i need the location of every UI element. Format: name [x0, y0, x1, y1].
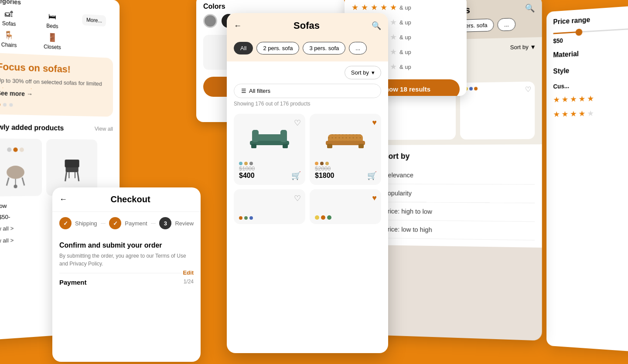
checkout-card: ← Checkout ✓ Shipping ✓ Payment 3 Review…: [52, 187, 201, 362]
rc-sort-chevron: ▾: [531, 43, 535, 51]
heart-btn-4[interactable]: ♥: [372, 194, 377, 203]
step-dash-1: [101, 223, 106, 224]
cart-btn-1[interactable]: 🛒: [291, 171, 301, 180]
product-mini-1[interactable]: [0, 138, 42, 196]
show-label: ↑ show: [0, 202, 7, 209]
step-review-label: Review: [175, 220, 194, 227]
heart-btn-1[interactable]: ♡: [294, 118, 301, 128]
tag-more[interactable]: ...: [349, 42, 367, 54]
sofas-label: Sofas: [2, 20, 16, 27]
sort-price-high[interactable]: Price: high to low: [383, 202, 535, 222]
filter-icon: ☰: [241, 88, 246, 94]
sofas-nav-row: All 2 pers. sofa 3 pers. sofa ...: [227, 38, 388, 61]
see-more-link[interactable]: See more →: [0, 89, 106, 99]
category-closets[interactable]: 🚪 Closets: [33, 32, 72, 51]
rc-heart-2[interactable]: ♡: [525, 85, 531, 93]
svg-rect-16: [252, 130, 259, 142]
chair-svg-2: [57, 150, 87, 185]
sort-relevance[interactable]: Relevance: [383, 166, 535, 185]
promo-banner: Focus on sofas! Up to 30% off on selecte…: [0, 52, 113, 116]
chairs-label: Chairs: [1, 41, 17, 48]
back-icon-sofas[interactable]: ←: [234, 21, 242, 31]
promo-title: Focus on sofas!: [0, 61, 106, 77]
rc-tag-more[interactable]: ...: [498, 18, 516, 31]
color-dot: [474, 87, 478, 90]
chairs-icon: 🪑: [4, 30, 14, 41]
sofas-title: Sofas: [242, 20, 372, 31]
svg-line-9: [78, 172, 79, 181]
dot-2: [3, 103, 7, 106]
all-filters-button[interactable]: ☰ All filters: [234, 84, 381, 98]
tag-2pers[interactable]: 2 pers. sofa: [256, 42, 299, 54]
svg-line-8: [65, 172, 67, 181]
checkout-steps: ✓ Shipping ✓ Payment 3 Review: [52, 212, 201, 235]
category-chairs[interactable]: 🪑 Chairs: [0, 29, 29, 49]
svg-rect-7: [65, 160, 79, 167]
edit-link[interactable]: Edit: [183, 269, 194, 276]
categories-section: Categories 🛋 Sofas 🛏 Beds More... 🪑 Chai…: [0, 0, 119, 53]
heart-btn-3[interactable]: ♡: [294, 194, 301, 203]
search-icon-sofas[interactable]: 🔍: [372, 21, 381, 31]
cart-btn-2[interactable]: 🛒: [367, 171, 377, 180]
product-card-1[interactable]: ♡ $1000 $400 🛒: [234, 114, 305, 185]
product-card-2[interactable]: ♥ $2000 $1800 🛒: [310, 114, 381, 185]
svg-line-3: [22, 177, 24, 185]
svg-rect-14: [251, 144, 256, 148]
color-swatch-gray[interactable]: [203, 14, 217, 28]
rc-sort-label: Sort by: [510, 44, 529, 51]
category-beds[interactable]: 🛏 Beds: [33, 11, 72, 30]
far-right-filter-card: Price range $50 Material Style Cus... ★★…: [546, 5, 628, 352]
sort-by-section-title: Sort by: [383, 151, 535, 161]
color-dots-2: [315, 162, 376, 165]
promo-subtitle: Up to 30% off on selected sofas for limi…: [0, 76, 106, 88]
step-payment-circle: ✓: [109, 217, 121, 229]
rc-product-2[interactable]: ♡: [460, 82, 535, 139]
sofas-listing-card: ← Sofas 🔍 All 2 pers. sofa 3 pers. sofa …: [227, 13, 388, 353]
tag-3pers[interactable]: 3 pers. sofa: [303, 42, 345, 54]
color-dot: [325, 162, 329, 165]
sofas-icon: 🛋: [5, 9, 13, 19]
svg-rect-15: [283, 144, 288, 148]
closets-icon: 🚪: [48, 32, 57, 42]
color-dots-1: [239, 162, 300, 165]
promo-dots: [0, 102, 106, 109]
products-grid: ♡ $1000 $400 🛒 ♥: [227, 109, 388, 228]
tag-all[interactable]: All: [234, 42, 253, 54]
product-card-4[interactable]: ♥: [310, 189, 381, 224]
sort-by-button[interactable]: Sort by ▾: [345, 66, 381, 79]
new-price-2: $1800: [315, 172, 376, 180]
svg-point-0: [7, 165, 24, 179]
checkout-header: ← Checkout: [52, 187, 201, 212]
closets-label: Closets: [44, 44, 61, 51]
search-icon-right[interactable]: 🔍: [525, 3, 535, 13]
color-dot: [327, 215, 331, 220]
star-filter-4[interactable]: ★★★★★: [546, 105, 628, 122]
more-button[interactable]: More...: [82, 14, 106, 27]
beds-icon: 🛏: [48, 12, 56, 21]
star-filter-5[interactable]: ★★★★★: [546, 89, 628, 107]
color-dot: [249, 216, 253, 220]
color-dot: [239, 216, 242, 220]
color-dots-3: [239, 216, 253, 220]
sort-price-low[interactable]: Price: low to high: [383, 220, 535, 240]
chevron-down-sort: ▾: [372, 69, 375, 76]
color-dot: [249, 162, 253, 165]
category-sofas[interactable]: 🛋 Sofas: [0, 8, 29, 28]
colors-label: Colors: [196, 0, 345, 14]
heart-btn-2[interactable]: ♥: [372, 118, 377, 127]
showing-text: Showing 176 out of 176 products: [227, 98, 388, 109]
svg-point-5: [14, 184, 17, 188]
category-more[interactable]: More...: [75, 14, 113, 32]
star-row-5[interactable]: ★★★★★ & up: [345, 0, 467, 15]
sort-popularity[interactable]: Popularity: [383, 184, 535, 203]
all-filters-label: All filters: [249, 88, 270, 94]
color-dot: [315, 215, 319, 220]
new-price-1: $400: [239, 172, 300, 180]
product-card-3[interactable]: ♡: [234, 189, 305, 224]
beds-label: Beds: [46, 23, 58, 30]
sort-row: Sort by ▾: [227, 61, 388, 84]
back-icon-checkout[interactable]: ←: [59, 195, 67, 204]
color-dot: [315, 162, 318, 165]
checkout-body: Confirm and submit your order By submitt…: [52, 235, 201, 293]
view-all-link[interactable]: View all: [95, 126, 113, 132]
